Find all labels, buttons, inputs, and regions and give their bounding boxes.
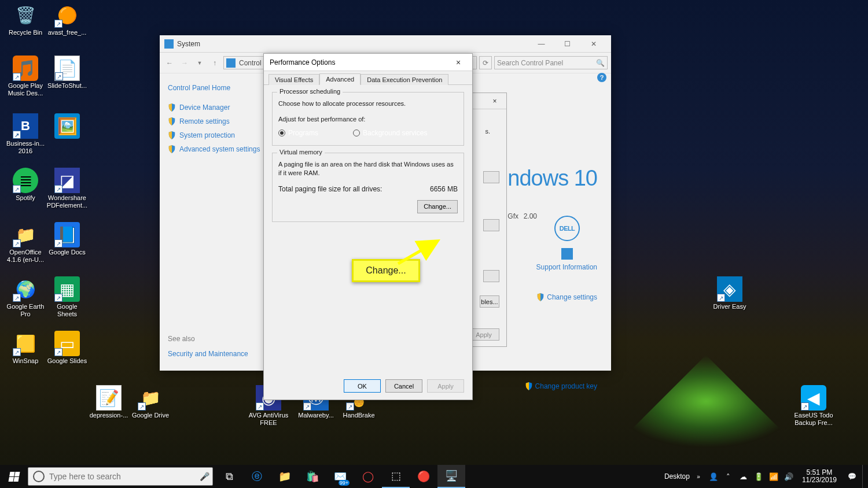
perf-titlebar[interactable]: Performance Options × [264, 54, 472, 71]
show-desktop-button[interactable] [862, 465, 866, 488]
link-security-maintenance[interactable]: Security and Maintenance [168, 350, 248, 358]
sysprop-button-slice[interactable] [483, 171, 499, 183]
clock-date: 11/23/2019 [802, 476, 837, 484]
taskbar-clock[interactable]: 5:51 PM 11/23/2019 [797, 469, 841, 484]
desktop-icon-wondershare[interactable]: ◪↗Wondershare PDFelement... [46, 168, 88, 209]
toolbar-chevron-icon[interactable]: » [692, 474, 705, 480]
desktop-icon-business[interactable]: B↗Business-in... 2016 [5, 113, 46, 155]
desktop-icon-easeus[interactable]: ◀↗EaseUS Todo Backup Fre... [793, 385, 834, 427]
link-remote-settings[interactable]: Remote settings [168, 117, 267, 125]
tab-dep[interactable]: Data Execution Prevention [361, 74, 448, 85]
shield-icon [168, 103, 176, 112]
shield-icon [168, 131, 176, 139]
onedrive-icon[interactable]: ☁ [737, 472, 750, 481]
radio-background-services[interactable]: Background services [353, 129, 427, 137]
volume-icon[interactable]: 🔊 [782, 472, 795, 481]
desktop-icon-depression[interactable]: 📝depression-... [88, 385, 130, 419]
nav-up-icon[interactable]: ↑ [208, 57, 221, 69]
tab-visual-effects[interactable]: Visual Effects [269, 74, 319, 85]
docs-icon: 📘↗ [54, 222, 80, 247]
minimize-button[interactable]: — [528, 36, 554, 52]
start-button[interactable] [0, 465, 28, 488]
nav-forward-icon[interactable]: → [178, 57, 191, 69]
people-icon[interactable]: 👤 [707, 472, 720, 481]
desktop-icon-gslides[interactable]: ▭↗Google Slides [46, 331, 88, 365]
group-legend: Processor scheduling [277, 88, 343, 95]
shield-icon [168, 117, 176, 125]
taskbar: 🎤 ⧉ ⓔ 📁 🛍️ ✉️99+ ◯ ⬚ 🔴 🖥️ Desktop » 👤 ˄ … [0, 465, 868, 488]
desktop-icon-openoffice[interactable]: 📁↗OpenOffice 4.1.6 (en-U... [5, 222, 46, 264]
battery-icon[interactable]: 🔋 [752, 472, 765, 481]
close-button[interactable]: × [450, 58, 466, 67]
desktop-icon-spotify[interactable]: ≣↗Spotify [5, 168, 46, 202]
desktop-icon-avast[interactable]: 🟠↗avast_free_... [46, 2, 88, 36]
help-icon[interactable]: ? [597, 73, 606, 82]
desktop-icon-gearth[interactable]: 🌍↗Google Earth Pro [5, 276, 46, 318]
wifi-icon[interactable]: 📶 [767, 472, 780, 481]
change-vm-button[interactable]: Change... [417, 200, 458, 213]
sysprop-button-slice[interactable] [483, 219, 499, 231]
system-tray: Desktop » 👤 ˄ ☁ 🔋 📶 🔊 5:51 PM 11/23/2019… [664, 465, 868, 488]
nav-refresh-icon[interactable]: ⟳ [479, 56, 492, 69]
control-panel-home-link[interactable]: Control Panel Home [168, 84, 267, 92]
tray-expand-icon[interactable]: ˄ [722, 472, 735, 481]
link-support-information[interactable]: Support Information [536, 263, 597, 271]
proc-desc: Choose how to allocate processor resourc… [278, 99, 458, 108]
radio-programs[interactable]: Programs [278, 129, 318, 137]
taskbar-app-system[interactable]: 🖥️ [437, 465, 465, 488]
nav-back-icon[interactable]: ← [163, 57, 176, 69]
taskbar-search[interactable]: 🎤 [28, 467, 213, 486]
sysprop-button-slice[interactable] [483, 270, 499, 282]
file-icon: 📄↗ [54, 56, 80, 81]
task-view-button[interactable]: ⧉ [215, 465, 243, 488]
perf-footer: OK Cancel Apply [344, 379, 464, 393]
group-virtual-memory: Virtual memory A paging file is an area … [272, 153, 464, 222]
taskbar-app-file-explorer[interactable]: 📁 [271, 465, 299, 488]
ok-button[interactable]: OK [344, 379, 381, 393]
desktop-icon-gsheets[interactable]: ▦↗Google Sheets [46, 276, 88, 318]
window-title: System [177, 40, 528, 48]
desktop-icon-gdrive[interactable]: 📁↗Google Drive [130, 385, 171, 419]
link-device-manager[interactable]: Device Manager [168, 103, 267, 112]
link-change-settings[interactable]: Change settings [536, 293, 597, 301]
desktop-toolbar[interactable]: Desktop [664, 472, 690, 480]
desktop-icon-winsnap[interactable]: 🟨↗WinSnap [5, 331, 46, 365]
search-input[interactable] [49, 472, 196, 481]
shield-icon [525, 382, 533, 390]
easeus-icon: ◀↗ [801, 385, 826, 411]
spotify-icon: ≣↗ [13, 168, 38, 193]
apply-button[interactable]: Apply [468, 328, 499, 341]
taskbar-app-settings[interactable]: ⬚ [382, 465, 410, 488]
nav-recent-icon[interactable]: ▼ [193, 57, 206, 69]
desktop-icon-recycle-bin[interactable]: 🗑️Recycle Bin [5, 2, 46, 36]
desktop-icon-slidetoshut[interactable]: 📄↗SlideToShut... [46, 56, 88, 90]
link-system-protection[interactable]: System protection [168, 131, 267, 139]
cancel-button[interactable]: Cancel [385, 379, 422, 393]
maximize-button[interactable]: ☐ [554, 36, 580, 52]
desktop-icon-unknown-card[interactable]: 🖼️ [46, 113, 88, 140]
close-button[interactable]: × [483, 97, 506, 105]
search-input[interactable] [497, 59, 596, 67]
env-variables-button-slice[interactable]: bles... [480, 295, 499, 308]
desktop-icon-gdocs[interactable]: 📘↗Google Docs [46, 222, 88, 256]
business-icon: B↗ [13, 113, 38, 139]
taskbar-app-mail[interactable]: ✉️99+ [326, 465, 354, 488]
link-change-product-key[interactable]: Change product key [525, 382, 597, 390]
trash-icon: 🗑️ [13, 2, 38, 28]
tab-advanced[interactable]: Advanced [319, 73, 361, 85]
taskbar-app-store[interactable]: 🛍️ [299, 465, 326, 488]
system-titlebar[interactable]: System — ☐ ✕ [160, 35, 611, 53]
close-button[interactable]: ✕ [580, 36, 606, 52]
desktop-icon-gplay[interactable]: 🎵↗Google Play Music Des... [5, 56, 46, 97]
control-panel-search[interactable]: 🔍 [494, 56, 608, 69]
action-center-button[interactable]: 💬 [844, 465, 860, 488]
link-advanced-system[interactable]: Advanced system settings [168, 145, 267, 153]
winsnap-icon: 🟨↗ [13, 331, 38, 356]
proc-adjust-label: Adjust for best performance of: [278, 115, 458, 124]
dialog-title: Performance Options [270, 58, 335, 66]
taskbar-app-edge[interactable]: ⓔ [243, 465, 271, 488]
taskbar-app-unknown[interactable]: 🔴 [410, 465, 437, 488]
taskbar-app-vivaldi[interactable]: ◯ [354, 465, 382, 488]
desktop-icon-driver-easy[interactable]: ◈↗Driver Easy [709, 276, 751, 310]
mic-icon[interactable]: 🎤 [196, 472, 212, 481]
